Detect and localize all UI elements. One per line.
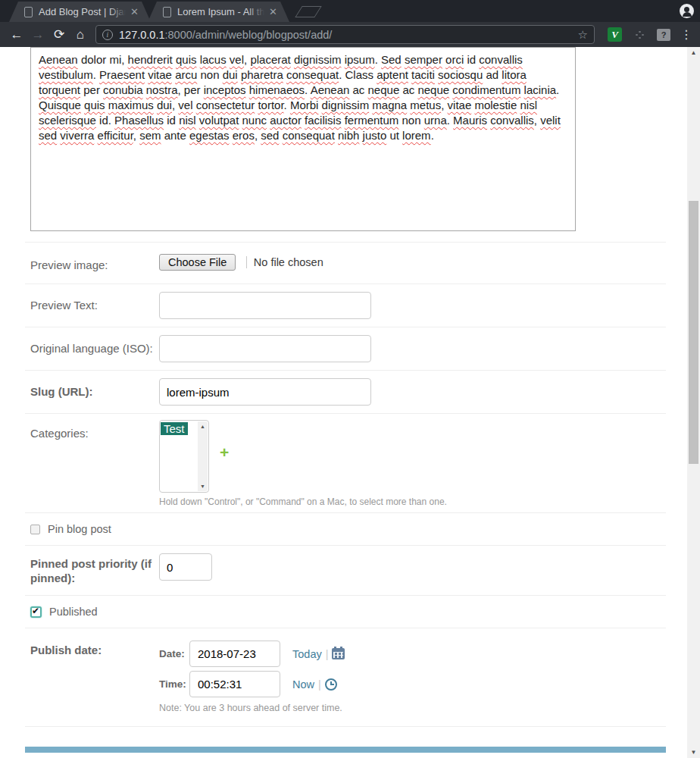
home-icon[interactable]: ⌂ <box>70 27 91 42</box>
scroll-down-icon[interactable]: ▼ <box>198 484 208 489</box>
browser-menu-icon[interactable]: ⋮ <box>679 27 694 42</box>
page-favicon-icon <box>163 7 171 17</box>
url-path: :8000/admin/weblog/blogpost/add/ <box>164 29 332 41</box>
tab-title: Lorem Ipsum - All the fac <box>177 6 264 17</box>
close-icon[interactable]: ✕ <box>130 6 139 17</box>
close-icon[interactable]: ✕ <box>269 6 277 17</box>
scroll-up-icon[interactable]: ▲ <box>198 424 208 429</box>
time-label: Time: <box>159 678 189 690</box>
url-text[interactable]: 127.0.0.1:8000/admin/weblog/blogpost/add… <box>119 29 578 41</box>
published-label: Published <box>49 606 98 618</box>
separator: | <box>318 678 321 691</box>
tab-lorem-ipsum[interactable]: Lorem Ipsum - All the fac ✕ <box>148 2 289 22</box>
now-link[interactable]: Now <box>292 678 314 691</box>
priority-label: Pinned post priority (if pinned): <box>30 556 159 585</box>
body-textarea[interactable]: Aenean dolor mi, hendrerit quis lacus ve… <box>30 47 576 231</box>
today-link[interactable]: Today <box>292 648 322 660</box>
pin-label: Pin blog post <box>48 523 111 535</box>
preview-image-row: Preview image: Choose File No file chose… <box>25 243 666 284</box>
published-checkbox[interactable] <box>30 606 42 618</box>
separator: | <box>326 648 329 660</box>
add-category-icon[interactable]: + <box>220 446 229 459</box>
clock-icon[interactable] <box>325 678 337 691</box>
slug-row: Slug (URL): <box>25 371 666 414</box>
preview-text-input[interactable] <box>159 292 371 319</box>
admin-add-blogpost-page: Aenean dolor mi, hendrerit quis lacus ve… <box>0 47 687 758</box>
time-input[interactable] <box>189 671 280 697</box>
pin-checkbox[interactable] <box>30 525 40 534</box>
scroll-down-icon[interactable]: ▼ <box>687 747 700 758</box>
categories-row: Categories: Test ▲ ▼ + Hold down "Contro… <box>25 414 666 513</box>
slug-input[interactable] <box>159 378 371 406</box>
calendar-icon[interactable] <box>332 648 345 659</box>
bookmark-star-icon[interactable]: ☆ <box>578 28 588 42</box>
original-language-label: Original language (ISO): <box>30 342 153 355</box>
categories-help-text: Hold down "Control", or "Command" on a M… <box>159 496 666 507</box>
publish-date-row: Publish date: Date: Today | Time: Now | <box>25 628 666 727</box>
back-icon[interactable]: ← <box>6 27 27 42</box>
new-tab-button[interactable] <box>295 6 321 17</box>
preview-image-label: Preview image: <box>30 258 108 271</box>
forward-icon: → <box>27 27 48 42</box>
blogpost-form: Aenean dolor mi, hendrerit quis lacus ve… <box>25 47 666 753</box>
profile-avatar-icon[interactable] <box>680 4 694 18</box>
reload-icon[interactable]: ⟳ <box>48 27 70 42</box>
date-input[interactable] <box>189 641 280 667</box>
timezone-note: Note: You are 3 hours ahead of server ti… <box>159 703 666 713</box>
original-language-input[interactable] <box>159 335 371 362</box>
categories-select[interactable]: Test ▲ ▼ <box>159 420 209 493</box>
published-row: Published <box>25 596 666 628</box>
preview-text-label: Preview Text: <box>30 299 98 312</box>
scrollbar-thumb[interactable] <box>689 201 698 464</box>
file-chosen-status: No file chosen <box>246 256 323 268</box>
body-field-row: Aenean dolor mi, hendrerit quis lacus ve… <box>25 47 666 243</box>
slug-label: Slug (URL): <box>30 385 92 398</box>
scroll-up-icon[interactable]: ▲ <box>687 47 700 58</box>
publish-date-label: Publish date: <box>30 644 102 656</box>
extension-help-icon[interactable]: ? <box>657 29 670 41</box>
categories-label: Categories: <box>30 427 89 440</box>
category-option-test[interactable]: Test <box>161 422 188 435</box>
original-language-row: Original language (ISO): <box>25 327 666 371</box>
body-text: Aenean dolor mi, hendrerit quis lacus ve… <box>39 52 567 143</box>
tab-add-blog-post[interactable]: Add Blog Post | Django si ✕ <box>9 2 151 22</box>
select-scrollbar[interactable]: ▲ ▼ <box>198 421 208 491</box>
pin-row: Pin blog post <box>25 513 666 546</box>
browser-toolbar: ← → ⟳ ⌂ i 127.0.0.1:8000/admin/weblog/bl… <box>0 22 700 47</box>
choose-file-button[interactable]: Choose File <box>159 254 236 271</box>
priority-row: Pinned post priority (if pinned): <box>25 546 666 596</box>
priority-input[interactable] <box>159 553 212 581</box>
page-favicon-icon <box>24 7 33 17</box>
preview-text-row: Preview Text: <box>25 284 666 327</box>
tab-strip: Add Blog Post | Django si ✕ Lorem Ipsum … <box>0 0 700 22</box>
info-icon[interactable]: i <box>102 30 113 40</box>
module-header-bar <box>25 747 666 753</box>
extension-v-icon[interactable]: V <box>608 27 622 42</box>
page-scrollbar[interactable]: ▲ ▼ <box>687 47 700 758</box>
url-host: 127.0.0.1 <box>119 29 164 41</box>
address-bar[interactable]: i 127.0.0.1:8000/admin/weblog/blogpost/a… <box>95 25 595 44</box>
tab-title: Add Blog Post | Django si <box>39 6 126 17</box>
extension-dots-icon[interactable] <box>633 28 646 42</box>
date-label: Date: <box>159 648 189 659</box>
